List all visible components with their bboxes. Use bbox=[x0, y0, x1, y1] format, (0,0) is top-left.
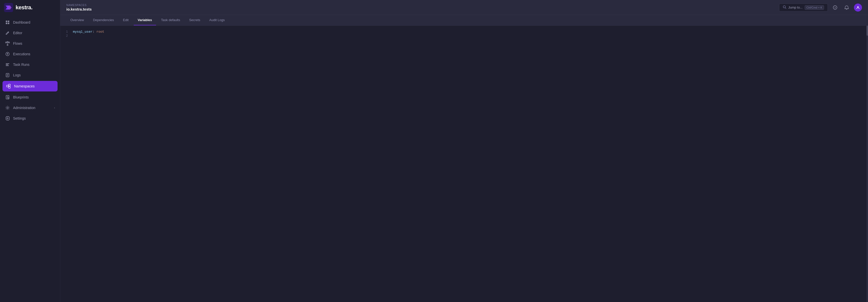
flows-icon bbox=[5, 41, 10, 46]
svg-rect-24 bbox=[6, 85, 8, 87]
sidebar-item-settings[interactable]: Settings bbox=[0, 113, 60, 124]
sidebar-item-namespaces[interactable]: Namespaces bbox=[2, 81, 58, 91]
jump-to-label: Jump to... bbox=[788, 5, 803, 9]
topbar-left: Namespaces io.kestra.tests bbox=[66, 3, 92, 11]
svg-rect-10 bbox=[8, 42, 9, 43]
kestra-logo-icon bbox=[4, 3, 13, 12]
svg-rect-8 bbox=[5, 42, 6, 43]
sidebar-item-label: Namespaces bbox=[14, 84, 35, 88]
user-avatar[interactable] bbox=[854, 3, 862, 11]
svg-point-33 bbox=[7, 118, 8, 119]
svg-rect-9 bbox=[7, 41, 8, 42]
scrollbar-track[interactable] bbox=[867, 26, 868, 302]
sidebar-item-label: Dashboard bbox=[13, 20, 30, 24]
sidebar-item-label: Flows bbox=[13, 41, 22, 46]
sidebar: kestra. Dashboard Editor bbox=[0, 0, 60, 302]
sidebar-item-editor[interactable]: Editor bbox=[0, 28, 60, 38]
svg-rect-4 bbox=[8, 21, 9, 22]
logo-area: kestra. bbox=[0, 0, 60, 15]
sidebar-item-logs[interactable]: Logs bbox=[0, 70, 60, 81]
topbar: Namespaces io.kestra.tests Jump to... Ct… bbox=[60, 0, 868, 15]
help-button[interactable]: ? bbox=[831, 3, 839, 12]
sidebar-item-label: Executions bbox=[13, 52, 30, 56]
tab-dependencies[interactable]: Dependencies bbox=[89, 15, 118, 25]
tabs-bar: Overview Dependencies Edit Variables Tas… bbox=[60, 15, 868, 26]
svg-rect-26 bbox=[8, 86, 10, 88]
namespaces-icon bbox=[6, 84, 11, 89]
chevron-right-icon: › bbox=[54, 106, 55, 110]
svg-rect-6 bbox=[8, 23, 9, 24]
sidebar-item-administration[interactable]: Administration › bbox=[0, 102, 60, 113]
sidebar-item-blueprints[interactable]: Blueprints bbox=[0, 92, 60, 102]
tab-overview[interactable]: Overview bbox=[66, 15, 88, 25]
sidebar-item-label: Editor bbox=[13, 31, 22, 35]
code-value-1: root bbox=[94, 30, 104, 34]
line-number-2: 2 bbox=[60, 34, 73, 38]
tab-edit[interactable]: Edit bbox=[119, 15, 132, 25]
breadcrumb: Namespaces bbox=[66, 3, 92, 6]
grid-icon bbox=[5, 20, 10, 25]
sidebar-item-label: Settings bbox=[13, 116, 26, 120]
logo-text: kestra. bbox=[16, 4, 32, 11]
keyboard-shortcut: Ctrl/Cmd + K bbox=[805, 5, 824, 10]
nav-items: Dashboard Editor bbox=[0, 15, 60, 302]
svg-rect-3 bbox=[6, 21, 7, 22]
page-title: io.kestra.tests bbox=[66, 7, 92, 11]
sidebar-item-label: Blueprints bbox=[13, 95, 29, 99]
svg-line-35 bbox=[785, 8, 786, 9]
main-content: Namespaces io.kestra.tests Jump to... Ct… bbox=[60, 0, 868, 302]
taskruns-icon bbox=[5, 62, 10, 67]
sidebar-item-label: Logs bbox=[13, 73, 21, 77]
svg-rect-19 bbox=[6, 65, 9, 66]
code-line-1: 1 mysql_user: root bbox=[60, 30, 868, 34]
edit-icon bbox=[5, 30, 10, 35]
topbar-right: Jump to... Ctrl/Cmd + K ? bbox=[779, 3, 862, 12]
svg-point-32 bbox=[7, 107, 8, 109]
code-key-1: mysql_user bbox=[73, 30, 92, 34]
svg-rect-18 bbox=[6, 64, 8, 65]
sidebar-item-label: Task Runs bbox=[13, 63, 29, 67]
code-line-2: 2 bbox=[60, 34, 868, 38]
scrollbar-thumb[interactable] bbox=[867, 26, 868, 36]
tab-audit-logs[interactable]: Audit Logs bbox=[205, 15, 229, 25]
executions-icon bbox=[5, 52, 10, 57]
sidebar-item-executions[interactable]: Executions bbox=[0, 49, 60, 59]
svg-rect-5 bbox=[6, 23, 7, 24]
sidebar-item-dashboard[interactable]: Dashboard bbox=[0, 17, 60, 28]
svg-line-7 bbox=[8, 32, 8, 33]
search-icon bbox=[783, 5, 786, 9]
settings-icon bbox=[5, 116, 10, 121]
tab-secrets[interactable]: Secrets bbox=[185, 15, 204, 25]
svg-rect-17 bbox=[6, 63, 9, 64]
sidebar-item-flows[interactable]: Flows bbox=[0, 38, 60, 49]
code-content-1: mysql_user: root bbox=[73, 30, 104, 34]
notifications-button[interactable] bbox=[842, 3, 851, 12]
sidebar-item-task-runs[interactable]: Task Runs bbox=[0, 59, 60, 70]
tab-task-defaults[interactable]: Task defaults bbox=[157, 15, 184, 25]
blueprints-icon bbox=[5, 95, 10, 100]
svg-text:?: ? bbox=[834, 6, 836, 9]
code-colon-1: : bbox=[92, 30, 94, 34]
svg-rect-11 bbox=[7, 44, 8, 46]
svg-point-31 bbox=[8, 98, 9, 99]
sidebar-item-label: Administration bbox=[13, 106, 35, 110]
svg-rect-25 bbox=[8, 84, 10, 86]
line-number-1: 1 bbox=[60, 30, 73, 34]
administration-icon bbox=[5, 105, 10, 110]
jump-to-button[interactable]: Jump to... Ctrl/Cmd + K bbox=[779, 3, 828, 11]
logs-icon bbox=[5, 72, 10, 78]
svg-point-38 bbox=[858, 6, 859, 7]
tab-variables[interactable]: Variables bbox=[134, 15, 156, 25]
code-editor[interactable]: 1 mysql_user: root 2 bbox=[60, 26, 868, 302]
